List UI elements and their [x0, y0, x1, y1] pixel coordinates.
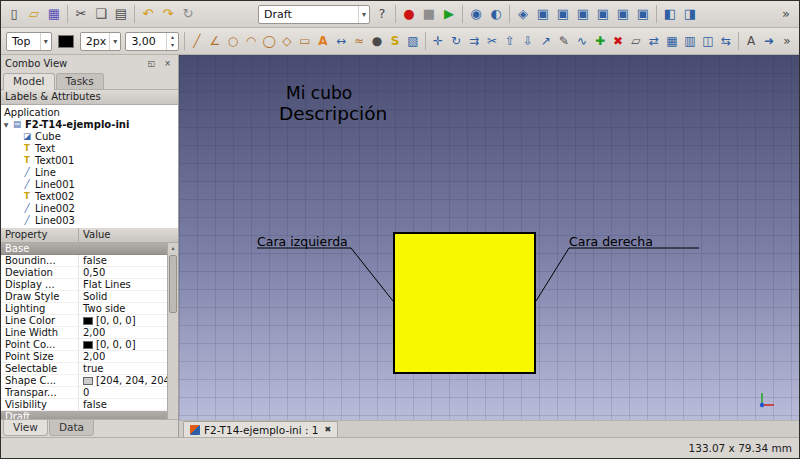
property-column[interactable]: Property: [1, 228, 79, 242]
draft-dimension-icon[interactable]: ↔: [332, 30, 350, 52]
draft-rotate-icon[interactable]: ↻: [447, 30, 465, 52]
line-color-swatch[interactable]: [58, 35, 74, 48]
working-plane-selector[interactable]: Top ▾: [6, 32, 52, 51]
draft-polygon-icon[interactable]: ◇: [278, 30, 296, 52]
tree-item-cube[interactable]: ◪ Cube: [1, 130, 178, 142]
draft-scale-icon[interactable]: ↗: [537, 30, 555, 52]
bottom-view-icon[interactable]: ▣: [613, 3, 633, 25]
property-row[interactable]: Selectable true: [1, 363, 168, 375]
draft-arc-icon[interactable]: ◠: [242, 30, 260, 52]
front-view-icon[interactable]: ▣: [533, 3, 553, 25]
paste-icon[interactable]: ▤: [111, 3, 131, 25]
property-row-line-color[interactable]: Line Color [0, 0, 0]: [1, 315, 168, 327]
expander-icon[interactable]: ▼: [1, 121, 11, 128]
copy-icon[interactable]: ❑: [91, 3, 111, 25]
draft-annotation-style-icon[interactable]: A: [742, 30, 760, 52]
label-cara-derecha[interactable]: Cara derecha: [569, 234, 653, 249]
rear-view-icon[interactable]: ▣: [593, 3, 613, 25]
left-view-icon[interactable]: ▣: [633, 3, 653, 25]
right-view-icon[interactable]: ▣: [573, 3, 593, 25]
draft-offset-icon[interactable]: ⇉: [465, 30, 483, 52]
iso-right-view-icon[interactable]: ◨: [680, 3, 700, 25]
3d-viewport[interactable]: Mi cubo Descripción Cara izquierda Cara …: [179, 55, 799, 420]
zoom-fit-icon[interactable]: ◉: [466, 3, 486, 25]
property-group-draft[interactable]: Draft: [1, 411, 168, 419]
property-row[interactable]: Line Width 2,00: [1, 327, 168, 339]
property-row[interactable]: Display ... Flat Lines: [1, 279, 168, 291]
property-group-base[interactable]: Base: [1, 243, 168, 255]
whats-this-icon[interactable]: ?: [372, 3, 392, 25]
axonometric-view-icon[interactable]: ◈: [513, 3, 533, 25]
draft-circle-icon[interactable]: ○: [224, 30, 242, 52]
line-width-selector[interactable]: 2px ▾: [80, 32, 122, 51]
cube-top-face[interactable]: [393, 232, 536, 374]
tree-item-text[interactable]: T Text: [1, 142, 178, 154]
draft-facebinder-icon[interactable]: ▧: [404, 30, 422, 52]
draft-shape2dview-icon[interactable]: ▱: [627, 30, 645, 52]
draft-to-sketch-icon[interactable]: ⇄: [645, 30, 663, 52]
draft-move-icon[interactable]: ✛: [429, 30, 447, 52]
scroll-up-icon[interactable]: ▴: [168, 243, 178, 253]
draft-clone-icon[interactable]: ▥: [681, 30, 699, 52]
draft-stretch-icon[interactable]: ⇆: [717, 30, 735, 52]
tab-tasks[interactable]: Tasks: [56, 73, 104, 89]
top-view-icon[interactable]: ▣: [553, 3, 573, 25]
toolbar-overflow-icon[interactable]: »: [776, 3, 796, 25]
property-row-point-color[interactable]: Point Co... [0, 0, 0]: [1, 339, 168, 351]
property-row[interactable]: Deviation 0,50: [1, 267, 168, 279]
open-file-icon[interactable]: ▱: [24, 3, 44, 25]
draft-rectangle-icon[interactable]: ▭: [296, 30, 314, 52]
draft-trimex-icon[interactable]: ✂: [483, 30, 501, 52]
redo-icon[interactable]: ↷: [158, 3, 178, 25]
draft-upgrade-icon[interactable]: ⇧: [501, 30, 519, 52]
draft-apply-style-icon[interactable]: ➜: [760, 30, 778, 52]
property-row[interactable]: Transpar... 0: [1, 387, 168, 399]
refresh-icon[interactable]: ↻: [178, 3, 198, 25]
tree-item-line003[interactable]: ╱ Line003: [1, 214, 178, 226]
scrollbar-thumb[interactable]: [169, 255, 177, 313]
save-icon[interactable]: ▦: [44, 3, 64, 25]
cut-icon[interactable]: ✂: [71, 3, 91, 25]
draft-ellipse-icon[interactable]: ◯: [260, 30, 278, 52]
property-row[interactable]: Visibility false: [1, 399, 168, 411]
property-row[interactable]: Lighting Two side: [1, 303, 168, 315]
document-tab[interactable]: F2-T14-ejemplo-ini : 1 ✖: [183, 421, 338, 437]
tab-view[interactable]: View: [3, 420, 48, 436]
value-column[interactable]: Value: [79, 228, 178, 242]
tree-item-line[interactable]: ╱ Line: [1, 166, 178, 178]
spin-up-icon[interactable]: ▴: [167, 33, 178, 42]
close-panel-icon[interactable]: ×: [161, 57, 174, 69]
iso-left-view-icon[interactable]: ◧: [660, 3, 680, 25]
tree-document[interactable]: ▼ ▤ F2-T14-ejemplo-ini: [1, 118, 178, 130]
macro-record-icon[interactable]: ●: [399, 3, 419, 25]
undo-icon[interactable]: ↶: [138, 3, 158, 25]
draft-delete-point-icon[interactable]: ✖: [609, 30, 627, 52]
annotation-subtitle[interactable]: Descripción: [279, 103, 387, 124]
draft-wire-icon[interactable]: ∠: [206, 30, 224, 52]
draft-bspline-icon[interactable]: ≈: [350, 30, 368, 52]
text-size-spinner[interactable]: 3,00 ▴ ▾: [125, 32, 179, 51]
draft-edit-icon[interactable]: ✎: [555, 30, 573, 52]
tree-item-text001[interactable]: T Text001: [1, 154, 178, 166]
draft-line-icon[interactable]: ╱: [188, 30, 206, 52]
draft-downgrade-icon[interactable]: ⇩: [519, 30, 537, 52]
tab-model[interactable]: Model: [3, 73, 55, 90]
spin-down-icon[interactable]: ▾: [167, 41, 178, 50]
draft-mirror-icon[interactable]: ◫: [699, 30, 717, 52]
property-row[interactable]: Point Size 2,00: [1, 351, 168, 363]
macro-stop-icon[interactable]: ■: [419, 3, 439, 25]
draft-wire-to-bspline-icon[interactable]: ∿: [573, 30, 591, 52]
draw-style-icon[interactable]: ◐: [486, 3, 506, 25]
tree-item-line002[interactable]: ╱ Line002: [1, 202, 178, 214]
workbench-selector[interactable]: Draft ▾: [258, 5, 370, 24]
annotation-title[interactable]: Mi cubo: [286, 83, 352, 103]
property-row-shape-color[interactable]: Shape C... [204, 204, 204]: [1, 375, 168, 387]
draft-point-icon[interactable]: ●: [368, 30, 386, 52]
float-panel-icon[interactable]: ◱: [145, 57, 158, 69]
tree-root-application[interactable]: Application: [1, 106, 178, 118]
property-row[interactable]: Draw Style Solid: [1, 291, 168, 303]
new-file-icon[interactable]: ▯: [4, 3, 24, 25]
label-cara-izquierda[interactable]: Cara izquierda: [257, 234, 348, 249]
tab-data[interactable]: Data: [49, 420, 94, 436]
draft-array-icon[interactable]: ▦: [663, 30, 681, 52]
